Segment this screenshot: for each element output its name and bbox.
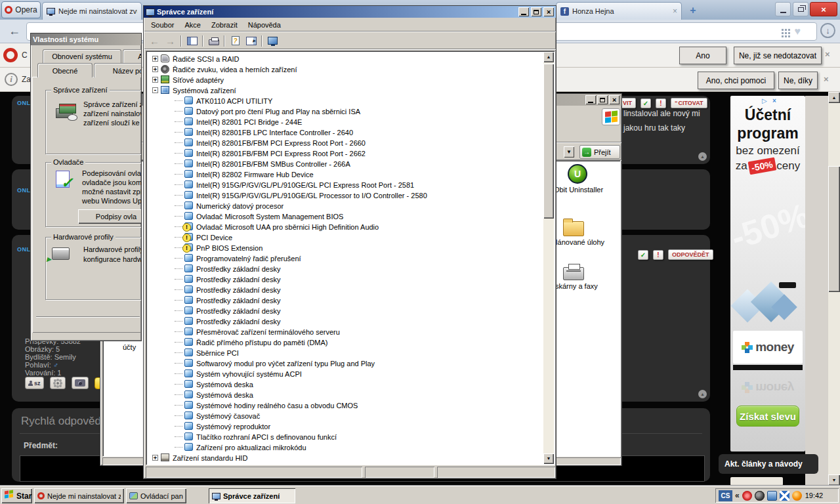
close-button[interactable] <box>609 95 620 104</box>
tree-item[interactable]: Přesměrovač zařízení terminálového serve… <box>148 326 542 337</box>
profile-button[interactable] <box>50 377 66 389</box>
tree-item[interactable]: Intel(R) 915G/P/GV/GL/PL/910GE/GL Proces… <box>148 190 542 200</box>
console-tree-icon[interactable] <box>184 34 200 48</box>
report-icon[interactable] <box>653 250 663 260</box>
expander-icon[interactable]: + <box>152 56 158 62</box>
scroll-to-top-icon[interactable] <box>698 152 707 161</box>
scroll-down-icon[interactable] <box>543 453 554 464</box>
tab-computer-name[interactable]: Název po <box>94 63 142 77</box>
tree-item[interactable]: Systém vyhovující systému ACPI <box>148 368 542 379</box>
system-properties-title-bar[interactable]: Vlastnosti systému <box>31 33 141 45</box>
tree-item[interactable]: PnP BIOS Extension <box>148 242 542 253</box>
properties-icon[interactable] <box>243 34 259 48</box>
minimize-button[interactable] <box>518 7 529 16</box>
bookmark-heart-icon[interactable] <box>795 26 801 37</box>
print-icon[interactable] <box>206 34 221 48</box>
tree-item[interactable]: Sběrnice PCI <box>148 347 542 358</box>
tray-expand-icon[interactable]: « <box>735 491 740 500</box>
maximize-button[interactable] <box>597 95 608 104</box>
help-icon[interactable] <box>228 34 243 48</box>
window-minimize-button[interactable] <box>775 2 791 16</box>
tray-icon-antivirus[interactable] <box>742 491 752 501</box>
tree-scrollbar[interactable] <box>543 52 554 464</box>
tree-item[interactable]: Intel(R) 82802 Firmware Hub Device <box>148 169 542 179</box>
tree-item[interactable]: +Řadiče zvuku, videa a herních zařízení <box>148 64 542 74</box>
tray-clock[interactable]: 19:42 <box>805 492 824 499</box>
tray-icon-updater[interactable] <box>792 491 802 501</box>
window-restore-button[interactable] <box>793 2 808 16</box>
private-message-button[interactable]: sz <box>25 377 44 389</box>
tree-item[interactable]: Prostředky základní desky <box>148 316 542 326</box>
tree-item[interactable]: Ovladač Microsoft System Management BIOS <box>148 211 542 221</box>
get-discount-button[interactable]: Získat slevu <box>736 406 799 427</box>
tab-automatic-updates[interactable]: Au <box>123 49 142 63</box>
scroll-up-icon[interactable] <box>828 92 840 103</box>
tree-item[interactable]: Prostředky základní desky <box>148 263 542 274</box>
taskbar-button-device-manager[interactable]: Správce zařízení <box>209 488 295 503</box>
tree-item[interactable]: Intel(R) 82801FB/FBM PCI Express Root Po… <box>148 148 542 158</box>
expander-icon[interactable]: + <box>152 77 158 83</box>
taskbar-button-opera[interactable]: Nejde mi nainstalovat zv... <box>34 488 124 503</box>
menu-file[interactable]: Soubor <box>146 20 179 30</box>
tree-item[interactable]: PCI Device <box>148 232 542 242</box>
tree-item[interactable]: Systémové hodiny reálného času a obvodu … <box>148 400 542 410</box>
back-icon[interactable] <box>147 34 162 48</box>
speed-dial-grid-icon[interactable] <box>782 29 784 31</box>
tree-item[interactable]: Tlačítko rozhraní APCI s definovanou fun… <box>148 431 542 442</box>
address-dropdown-icon[interactable] <box>564 146 574 158</box>
tree-item[interactable]: Systémová deska <box>148 379 542 389</box>
tree-item[interactable]: Prostředky základní desky <box>148 305 542 316</box>
tab-forum-thread[interactable]: Nejde mi nainstalovat zvu <box>42 2 142 20</box>
yes-help-button[interactable]: Ano, chci pomoci <box>698 72 774 89</box>
tree-item[interactable]: Intel(R) 82801FB LPC Interface Controlle… <box>148 127 542 137</box>
gallery-button[interactable] <box>72 377 89 389</box>
tree-item[interactable]: Intel(R) 915G/P/GV/GL/PL/910GE/GL PCI Ex… <box>148 179 542 190</box>
menu-help[interactable]: Nápověda <box>243 20 286 30</box>
downloads-icon[interactable] <box>820 23 835 38</box>
tree-item[interactable]: Intel(R) 82801FB/FBM PCI Express Root Po… <box>148 137 542 148</box>
ad-banner[interactable]: Účetní program bez omezení za -50% ceny … <box>730 96 805 452</box>
tree-item[interactable]: Prostředky základní desky <box>148 284 542 295</box>
close-button[interactable] <box>543 7 554 16</box>
tree-item[interactable]: Ovladač Microsoft UAA pro sběrnici High … <box>148 221 542 232</box>
approve-icon[interactable] <box>638 250 648 260</box>
tree-item[interactable]: Systémová deska <box>148 389 542 400</box>
tree-item[interactable]: Prostředky základní desky <box>148 274 542 284</box>
dismiss-icon[interactable] <box>825 49 830 59</box>
tree-item[interactable]: Softwarový modul pro výčet zařízení typu… <box>148 358 542 368</box>
reply-button[interactable]: ODPOVĚDĚT <box>668 249 713 260</box>
ad-close-icon[interactable] <box>772 97 776 104</box>
report-icon[interactable] <box>656 98 666 108</box>
scrollbar-thumb[interactable] <box>543 64 554 219</box>
forward-icon[interactable] <box>163 34 178 48</box>
tray-icon-network[interactable] <box>767 491 777 501</box>
tab-system-restore[interactable]: Obnovení systému <box>43 49 121 63</box>
quote-button[interactable]: CITOVAT <box>671 98 707 108</box>
device-manager-title-bar[interactable]: Správce zařízení <box>144 6 556 18</box>
start-button[interactable]: Start <box>1 488 32 503</box>
tree-item[interactable]: Intel(R) 82801 PCI Bridge - 244E <box>148 116 542 127</box>
scrollbar-thumb[interactable] <box>828 166 840 292</box>
tree-item[interactable]: Systémový reproduktor <box>148 421 542 431</box>
scroll-to-top-icon[interactable] <box>698 390 707 398</box>
no-dont-ask-button[interactable]: Ne, již se nedotazovat <box>734 47 822 64</box>
tray-icon-app[interactable] <box>755 491 765 501</box>
tray-icon-tools[interactable] <box>780 491 789 501</box>
adchoices-icon[interactable] <box>762 97 767 104</box>
close-tab-icon[interactable] <box>673 7 677 16</box>
no-thanks-button[interactable]: Ne, díky <box>778 72 818 89</box>
new-tab-button[interactable] <box>685 4 701 17</box>
scroll-up-icon[interactable] <box>543 52 554 62</box>
menu-action[interactable]: Akce <box>179 20 205 30</box>
language-indicator[interactable]: CS <box>719 490 732 501</box>
maximize-button[interactable] <box>531 7 541 16</box>
back-icon[interactable] <box>7 24 22 39</box>
minimize-button[interactable] <box>585 95 596 104</box>
menu-view[interactable]: Zobrazit <box>206 20 243 30</box>
taskbar-button-control-panel[interactable]: Ovládací panely <box>126 488 186 503</box>
tree-item[interactable]: +Zařízení standardu HID <box>148 452 542 463</box>
scroll-down-icon[interactable] <box>828 474 840 486</box>
dismiss-icon[interactable] <box>824 74 829 84</box>
expander-icon[interactable]: + <box>152 455 158 461</box>
tree-item[interactable]: Intel(R) 82801FB/FBM SMBus Controller - … <box>148 158 542 169</box>
